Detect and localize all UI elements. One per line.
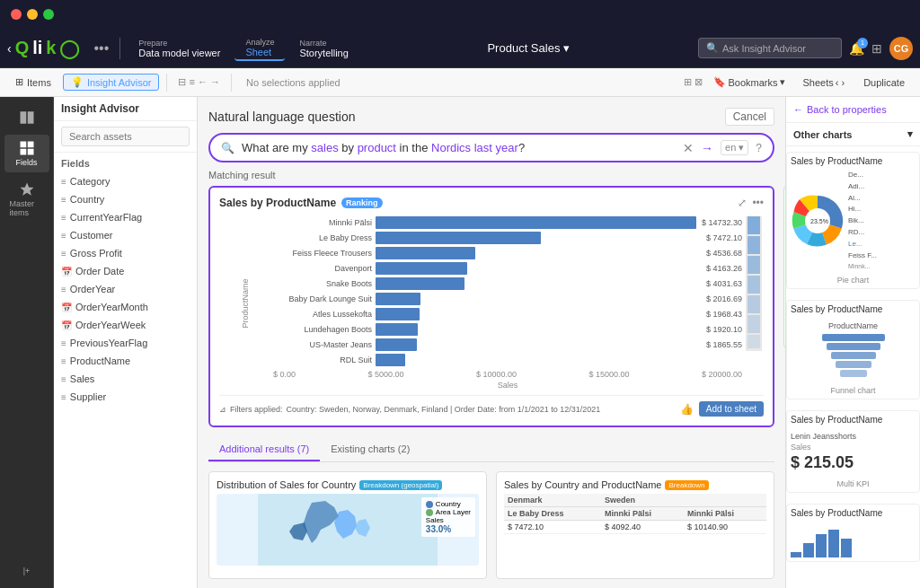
bar-label: RDL Suit (273, 355, 372, 364)
notifications-icon[interactable]: 🔔 1 (849, 41, 864, 56)
cancel-button[interactable]: Cancel (725, 108, 774, 126)
field-label: Country (70, 194, 105, 205)
x-axis-labels: $ 0.00 $ 5000.00 $ 10000.00 $ 15000.00 $… (273, 370, 742, 379)
bookmarks-button[interactable]: 🔖 Bookmarks ▾ (706, 75, 792, 90)
field-currentyearflag[interactable]: ≡ CurrentYearFlag (54, 208, 197, 226)
bar-fill (376, 308, 420, 320)
sidebar-item-master-items[interactable]: Master items (4, 176, 49, 223)
nav-narrate[interactable]: Narrate Storytelling (288, 37, 358, 60)
field-order-date[interactable]: 📅 Order Date (54, 262, 197, 280)
field-productname[interactable]: ≡ ProductName (54, 352, 197, 370)
bar-fill (376, 247, 475, 259)
items-button[interactable]: ⊞ Items (7, 74, 59, 91)
bar-container (376, 247, 701, 259)
field-category[interactable]: ≡ Category (54, 172, 197, 190)
pie-chart-card: Sales by ProductName 23.5% (786, 152, 920, 289)
svg-rect-25 (803, 543, 814, 557)
sidebar-toggle-panels[interactable] (4, 104, 49, 131)
kpi-value: $ 215.05 (791, 453, 916, 472)
chart-footer-actions: 👍 Add to sheet (680, 401, 764, 417)
sidebar-item-fields[interactable]: Fields (4, 135, 49, 172)
field-previousyearflag[interactable]: ≡ PreviousYearFlag (54, 334, 197, 352)
field-country[interactable]: ≡ Country (54, 190, 197, 208)
chart-filters: ⊿ Filters applied: Country: Sweden, Norw… (219, 405, 680, 414)
duplicate-button[interactable]: Duplicate (855, 75, 913, 91)
qlik-logo[interactable]: Qlik ◯ (15, 38, 80, 59)
field-orderyear[interactable]: ≡ OrderYear (54, 280, 197, 298)
distribution-chart-title: Distribution of Sales for Country Breakd… (217, 479, 479, 490)
bar-fill (376, 216, 696, 229)
svg-rect-26 (816, 534, 827, 557)
search-submit-arrow[interactable]: → (701, 141, 713, 155)
bar-row-5: Baby Dark Lounge Suit $ 2016.69 (273, 293, 742, 305)
bar-value: $ 4536.68 (706, 249, 742, 258)
bar-value: $ 4031.63 (706, 279, 742, 288)
bar-mini-chart-title: Sales by ProductName (791, 508, 916, 518)
insight-advisor-search[interactable]: 🔍 (698, 38, 842, 58)
field-supplier[interactable]: ≡ Supplier (54, 388, 197, 406)
pie-legend-al: Al... (848, 193, 877, 205)
calendar-icon: 📅 (61, 267, 72, 276)
bookmarks-label: Bookmarks (728, 77, 777, 88)
field-icon: ≡ (61, 177, 66, 187)
tab-existing-charts[interactable]: Existing charts (2) (320, 438, 420, 461)
chart-actions: ⤢ ••• (738, 197, 764, 209)
title-bar (0, 0, 920, 29)
pie-chart-type: Pie chart (791, 276, 916, 285)
user-avatar[interactable]: CG (889, 37, 913, 60)
search-help-icon[interactable]: ? (756, 142, 762, 154)
subheader-minniki-dk: Minnki Pälsi (601, 507, 684, 521)
bar-row-4: Snake Boots $ 4031.63 (273, 277, 742, 290)
bar-fill (376, 232, 541, 244)
sparkline-svg (746, 216, 762, 351)
language-selector[interactable]: en ▾ (721, 140, 748, 155)
back-to-properties-button[interactable]: ← Back to properties (786, 97, 920, 123)
field-orderyearmonth[interactable]: 📅 OrderYearMonth (54, 298, 197, 316)
svg-rect-13 (748, 315, 760, 333)
close-button[interactable] (11, 9, 22, 20)
insight-advisor-input[interactable] (722, 43, 830, 54)
mini-sparkline (746, 216, 764, 390)
search-assets-input[interactable] (61, 127, 190, 146)
field-label: Supplier (70, 391, 106, 402)
back-nav-arrow[interactable]: ‹ (7, 41, 12, 56)
x-axis-title: Sales (273, 381, 742, 390)
nav-narrate-sub: Narrate (299, 39, 326, 48)
nav-analyze[interactable]: Analyze Sheet (234, 36, 285, 61)
minimize-button[interactable] (27, 9, 38, 20)
field-orderyearweek[interactable]: 📅 OrderYearWeek (54, 316, 197, 334)
like-button[interactable]: 👍 (680, 403, 694, 416)
table-data-row: $ 7472.10 $ 4092.40 $ 10140.90 (504, 521, 766, 534)
main-area: Fields Master items |+ Insight Advisor F… (0, 97, 920, 588)
sheets-button[interactable]: Sheets ‹ › (796, 75, 853, 90)
other-charts-collapse-icon[interactable]: ▾ (907, 128, 913, 140)
insight-advisor-button[interactable]: 💡 Insight Advisor (63, 74, 160, 91)
bar-label: Feiss Fleece Trousers (273, 249, 372, 258)
field-icon: ≡ (61, 356, 66, 366)
expand-chart-icon[interactable]: ⤢ (738, 197, 747, 209)
nav-prepare[interactable]: Prepare Data model viewer (128, 37, 231, 60)
funnel-label: ProductName (828, 321, 878, 330)
bar-row-1: Le Baby Dress $ 7472.10 (273, 232, 742, 244)
selections-bar[interactable]: No selections applied (239, 77, 680, 88)
search-clear-icon[interactable]: ✕ (683, 141, 694, 155)
nav-more-icon[interactable]: ••• (90, 40, 112, 57)
field-sales[interactable]: ≡ Sales (54, 370, 197, 388)
legend-pct-text: 33.0% (426, 524, 451, 534)
field-customer[interactable]: ≡ Customer (54, 226, 197, 244)
chart-menu-icon[interactable]: ••• (752, 197, 764, 209)
app-title-text: Product Sales (487, 41, 560, 55)
x-axis-label-0: $ 0.00 (273, 370, 296, 379)
maximize-button[interactable] (43, 9, 54, 20)
field-label: Category (70, 176, 111, 187)
tab-additional-results[interactable]: Additional results (7) (208, 438, 320, 461)
bar-value: $ 1920.10 (706, 325, 742, 334)
add-to-sheet-button[interactable]: Add to sheet (699, 401, 764, 417)
legend-label: Sales (426, 516, 444, 524)
sidebar-expand-icon[interactable]: |+ (4, 561, 49, 581)
field-gross-profit[interactable]: ≡ Gross Profit (54, 244, 197, 262)
apps-grid-icon[interactable]: ⊞ (871, 41, 882, 56)
back-arrow-icon: ← (793, 104, 803, 115)
geo-badge: Breakdown (geospatial) (359, 480, 442, 490)
app-title[interactable]: Product Sales ▾ (487, 41, 570, 55)
